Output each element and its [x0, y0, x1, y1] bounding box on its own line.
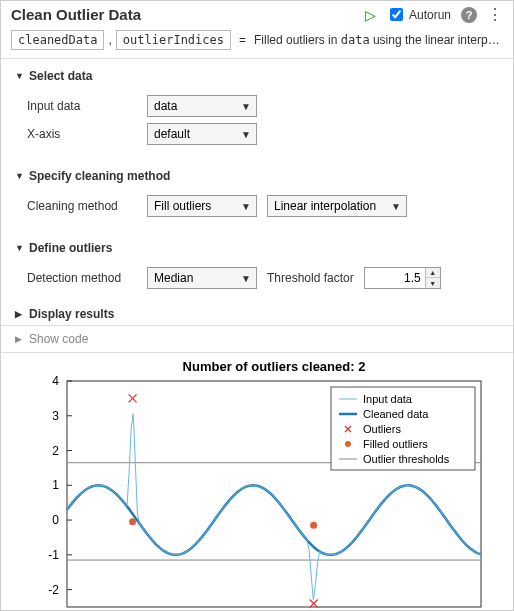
svg-text:Outliers: Outliers	[363, 423, 401, 435]
chevron-down-icon: ▼	[15, 71, 25, 81]
svg-text:0: 0	[52, 513, 59, 527]
autorun-checkbox[interactable]	[390, 8, 403, 21]
svg-text:Input data: Input data	[363, 393, 413, 405]
svg-text:Outlier thresholds: Outlier thresholds	[363, 453, 450, 465]
autorun-toggle[interactable]: Autorun	[386, 5, 451, 24]
step-down-icon[interactable]: ▼	[426, 278, 440, 288]
svg-text:Cleaned data: Cleaned data	[363, 408, 429, 420]
detection-method-select[interactable]: Median	[147, 267, 257, 289]
step-up-icon[interactable]: ▲	[426, 268, 440, 278]
output-var-1[interactable]: cleanedData	[11, 30, 104, 50]
task-title: Clean Outlier Data	[11, 6, 365, 23]
more-icon[interactable]: ⋮	[487, 7, 503, 23]
autorun-label: Autorun	[409, 8, 451, 22]
section-display: ▶ Display results	[1, 303, 513, 325]
fill-method-select[interactable]: Linear interpolation	[267, 195, 407, 217]
help-icon[interactable]: ?	[461, 7, 477, 23]
run-icon[interactable]: ▷	[365, 8, 376, 22]
section-toggle-select-data[interactable]: ▼ Select data	[15, 67, 503, 85]
svg-text:1: 1	[52, 478, 59, 492]
detection-method-label: Detection method	[27, 271, 137, 285]
output-description: Filled outliers in data using the linear…	[254, 33, 503, 47]
xaxis-select[interactable]: default	[147, 123, 257, 145]
section-select-data: ▼ Select data Input data data ▼ X-axis d…	[1, 59, 513, 159]
cleaning-method-select[interactable]: Fill outliers	[147, 195, 257, 217]
output-row: cleanedData , outlierIndices = Filled ou…	[1, 26, 513, 58]
section-toggle-display[interactable]: ▶ Display results	[15, 305, 503, 323]
chevron-down-icon: ▼	[15, 171, 25, 181]
svg-point-22	[129, 518, 136, 525]
section-toggle-cleaning[interactable]: ▼ Specify cleaning method	[15, 167, 503, 185]
svg-text:Filled outliers: Filled outliers	[363, 438, 428, 450]
chart-area: Number of outliers cleaned: 2-2-101234In…	[1, 353, 513, 610]
input-data-label: Input data	[27, 99, 137, 113]
section-cleaning: ▼ Specify cleaning method Cleaning metho…	[1, 159, 513, 231]
xaxis-label: X-axis	[27, 127, 137, 141]
chevron-right-icon: ▶	[15, 309, 25, 319]
result-chart: Number of outliers cleaned: 2-2-101234In…	[17, 357, 497, 610]
svg-text:-1: -1	[48, 548, 59, 562]
svg-text:-2: -2	[48, 583, 59, 597]
section-toggle-outliers[interactable]: ▼ Define outliers	[15, 239, 503, 257]
svg-text:4: 4	[52, 374, 59, 388]
section-outliers: ▼ Define outliers Detection method Media…	[1, 231, 513, 303]
svg-point-32	[345, 441, 351, 447]
svg-text:Number of outliers cleaned: 2: Number of outliers cleaned: 2	[183, 359, 366, 374]
svg-text:2: 2	[52, 444, 59, 458]
comma: ,	[108, 33, 111, 47]
input-data-select[interactable]: data	[147, 95, 257, 117]
threshold-label: Threshold factor	[267, 271, 354, 285]
threshold-input[interactable]	[365, 268, 425, 288]
svg-text:3: 3	[52, 409, 59, 423]
chevron-right-icon: ▶	[15, 334, 25, 344]
show-code-toggle[interactable]: ▶ Show code	[1, 326, 513, 352]
chevron-down-icon: ▼	[15, 243, 25, 253]
threshold-stepper[interactable]: ▲ ▼	[364, 267, 441, 289]
output-var-2[interactable]: outlierIndices	[116, 30, 231, 50]
svg-point-23	[310, 522, 317, 529]
task-header: Clean Outlier Data ▷ Autorun ? ⋮	[1, 1, 513, 26]
equals: =	[239, 33, 246, 47]
cleaning-method-label: Cleaning method	[27, 199, 137, 213]
